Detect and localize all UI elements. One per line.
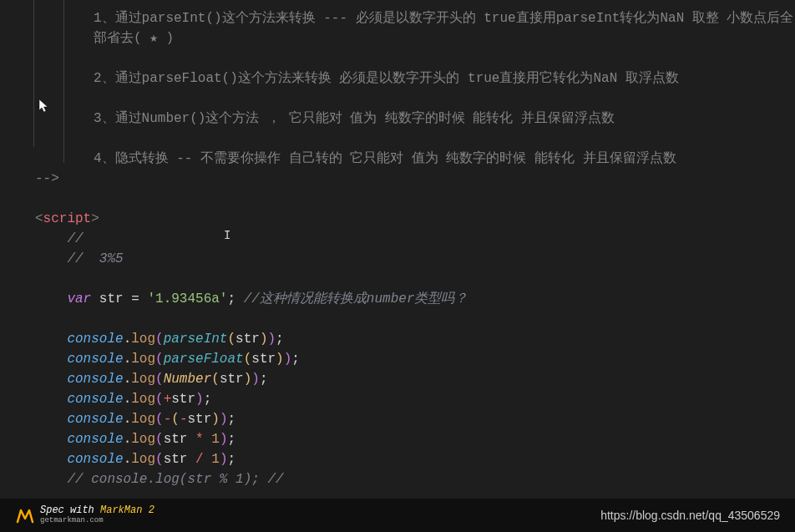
code-line: <script> — [0, 209, 795, 229]
indent-guide — [63, 0, 64, 163]
comment-text: 2、通过parseFloat()这个方法来转换 必须是以数字开头的 true直接… — [0, 68, 795, 89]
code-line: console.log(+str); — [0, 389, 795, 409]
code-line: // 3%5 — [0, 249, 795, 269]
markman-logo-icon — [15, 505, 35, 525]
default-cursor-icon — [38, 99, 50, 120]
watermark-subtitle: getmarkman.com — [40, 517, 154, 525]
indent-guide — [33, 0, 34, 147]
comment-close: --> — [0, 169, 795, 189]
code-line: console.log(-(-str)); — [0, 409, 795, 429]
comment-text: 3、通过Number()这个方法 ， 它只能对 值为 纯数字的时候 能转化 并且… — [0, 109, 795, 129]
source-url: https://blog.csdn.net/qq_43506529 — [600, 507, 780, 524]
code-line: console.log(str * 1); — [0, 429, 795, 449]
code-line: var str = '1.93456a'; //这种情况能转换成number类型… — [0, 289, 795, 309]
markman-watermark: Spec with MarkMan 2 getmarkman.com — [15, 505, 154, 525]
comment-text-highlighted: 4、隐式转换 -- 不需要你操作 自己转的 它只能对 值为 纯数字的时候 能转化… — [0, 149, 795, 169]
footer-bar: Spec with MarkMan 2 getmarkman.com https… — [0, 499, 795, 532]
text-cursor-icon: I — [224, 227, 230, 245]
code-line: // — [0, 229, 795, 249]
code-line: console.log(str / 1); — [0, 449, 795, 469]
code-editor[interactable]: I 1、通过parseInt()这个方法来转换 --- 必须是以数字开头的 tr… — [0, 0, 795, 498]
comment-text: 1、通过parseInt()这个方法来转换 --- 必须是以数字开头的 true… — [0, 8, 795, 48]
watermark-title: Spec with MarkMan 2 — [40, 505, 154, 516]
code-line: console.log(Number(str)); — [0, 369, 795, 389]
code-line: // console.log(str % 1); // — [0, 469, 795, 489]
code-line: console.log(parseFloat(str)); — [0, 349, 795, 369]
code-line: console.log(parseInt(str)); — [0, 329, 795, 349]
